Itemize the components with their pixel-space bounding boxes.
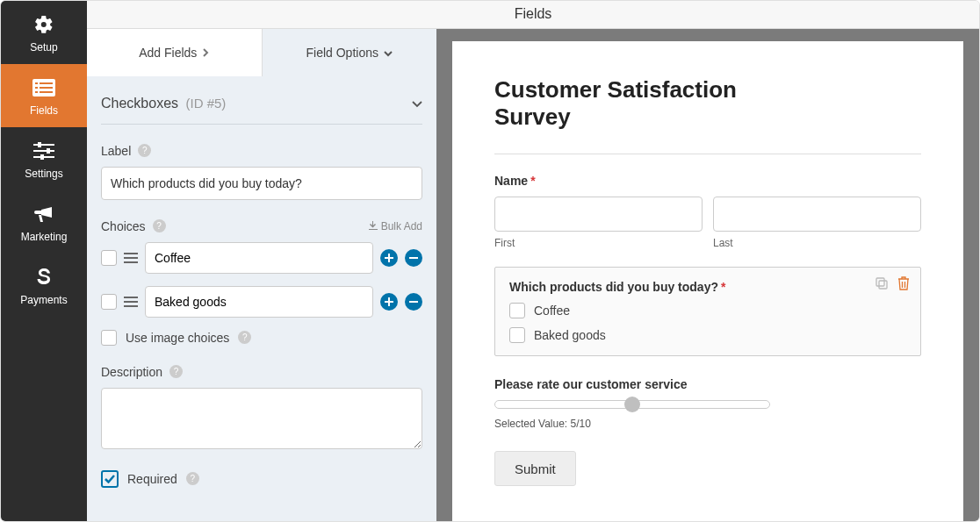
svg-rect-12: [40, 154, 44, 160]
add-choice-button[interactable]: [380, 249, 398, 267]
choice-row: [101, 242, 422, 274]
sidebar-item-fields[interactable]: Fields: [1, 64, 87, 127]
drag-handle-icon[interactable]: [124, 297, 138, 307]
bulk-add-label: Bulk Add: [381, 220, 422, 232]
slider-thumb-icon: [624, 397, 640, 412]
help-icon[interactable]: ?: [153, 219, 166, 232]
choice-input[interactable]: [145, 286, 373, 318]
trash-icon[interactable]: [897, 276, 910, 294]
gear-icon: [33, 13, 54, 36]
svg-rect-9: [33, 150, 54, 152]
svg-rect-5: [35, 91, 38, 93]
remove-choice-button[interactable]: [405, 249, 422, 267]
sidebar-item-settings[interactable]: Settings: [1, 127, 87, 190]
required-checkbox[interactable]: [101, 470, 119, 488]
sliders-icon: [33, 139, 54, 162]
dollar-icon: [37, 266, 51, 289]
rating-field-label: Please rate our customer service: [494, 377, 921, 391]
sidebar: Setup Fields Settings Marketing Payments: [1, 1, 87, 521]
svg-rect-18: [409, 301, 418, 303]
sidebar-label: Setup: [30, 41, 57, 54]
required-star-icon: *: [530, 174, 535, 188]
first-name-input[interactable]: [494, 197, 703, 232]
label-input[interactable]: [101, 167, 422, 200]
last-name-input[interactable]: [713, 197, 921, 232]
svg-rect-3: [35, 87, 38, 89]
svg-rect-2: [40, 82, 53, 84]
image-choices-label: Use image choices: [126, 331, 229, 345]
sidebar-item-payments[interactable]: Payments: [1, 254, 87, 317]
list-icon: [32, 76, 55, 99]
help-icon[interactable]: ?: [186, 472, 199, 485]
svg-rect-19: [876, 278, 884, 286]
checkbox-option-label: Baked goods: [534, 328, 606, 342]
divider: [494, 154, 921, 154]
help-icon[interactable]: ?: [138, 144, 151, 157]
checkbox-option[interactable]: Baked goods: [509, 327, 906, 343]
field-type-name: Checkboxes: [101, 96, 178, 111]
field-id-meta: (ID #5): [186, 96, 227, 111]
selected-preview-field[interactable]: Which products did you buy today?* Coffe…: [494, 267, 921, 356]
rating-slider[interactable]: [494, 400, 770, 409]
svg-rect-8: [38, 142, 41, 147]
bullhorn-icon: [33, 203, 54, 225]
svg-rect-7: [33, 144, 54, 146]
label-caption: Label: [101, 144, 131, 158]
required-star-icon: *: [721, 280, 725, 294]
tab-label: Field Options: [306, 46, 378, 60]
checkbox-option-label: Coffee: [534, 304, 570, 318]
sidebar-item-marketing[interactable]: Marketing: [1, 190, 87, 254]
download-icon: [369, 220, 378, 232]
description-caption: Description: [101, 365, 162, 379]
svg-rect-15: [409, 257, 418, 259]
svg-rect-14: [385, 257, 393, 259]
last-sublabel: Last: [713, 237, 921, 249]
help-icon[interactable]: ?: [169, 365, 183, 378]
rating-value-label: Selected Value: 5/10: [494, 418, 921, 430]
svg-rect-10: [47, 148, 50, 154]
chevron-right-icon: [202, 46, 209, 60]
choice-row: [101, 286, 422, 318]
tab-label: Add Fields: [139, 46, 197, 60]
editor-panel: Add Fields Field Options Checkboxes (ID …: [87, 29, 436, 521]
topbar: Fields: [87, 1, 979, 29]
image-choices-checkbox[interactable]: [101, 330, 117, 346]
preview-area: Customer Satisfaction Survey Name* First…: [436, 29, 979, 521]
drag-handle-icon[interactable]: [124, 253, 138, 263]
sidebar-label: Fields: [30, 104, 58, 117]
add-choice-button[interactable]: [380, 293, 398, 311]
first-sublabel: First: [494, 237, 703, 249]
tab-field-options[interactable]: Field Options: [263, 29, 437, 76]
svg-rect-6: [40, 91, 53, 93]
chevron-down-icon: [412, 96, 422, 111]
required-label: Required: [127, 472, 177, 486]
checkbox-icon: [509, 327, 525, 343]
remove-choice-button[interactable]: [405, 293, 422, 311]
sidebar-label: Settings: [25, 168, 62, 180]
sidebar-label: Payments: [20, 294, 67, 306]
tab-add-fields[interactable]: Add Fields: [87, 29, 263, 76]
description-textarea[interactable]: [101, 388, 422, 449]
form-title: Customer Satisfaction Survey: [494, 76, 775, 131]
name-field-label: Name*: [494, 174, 921, 188]
svg-rect-17: [385, 301, 393, 303]
sidebar-label: Marketing: [21, 231, 68, 243]
choices-caption: Choices: [101, 219, 146, 233]
checkbox-icon: [509, 303, 525, 318]
checkbox-option[interactable]: Coffee: [509, 303, 906, 318]
choice-input[interactable]: [145, 242, 373, 274]
sidebar-item-setup[interactable]: Setup: [1, 1, 87, 64]
duplicate-icon[interactable]: [875, 276, 889, 294]
svg-rect-4: [40, 87, 53, 89]
choice-default-checkbox[interactable]: [101, 250, 117, 266]
svg-rect-1: [35, 82, 38, 84]
topbar-title: Fields: [515, 6, 552, 22]
choice-default-checkbox[interactable]: [101, 294, 117, 310]
svg-rect-20: [879, 281, 887, 289]
help-icon[interactable]: ?: [238, 331, 251, 344]
checkbox-field-label: Which products did you buy today?: [509, 280, 718, 294]
field-type-header[interactable]: Checkboxes (ID #5): [101, 76, 422, 125]
chevron-down-icon: [384, 46, 393, 60]
bulk-add-link[interactable]: Bulk Add: [369, 220, 422, 232]
submit-button[interactable]: Submit: [494, 451, 576, 486]
